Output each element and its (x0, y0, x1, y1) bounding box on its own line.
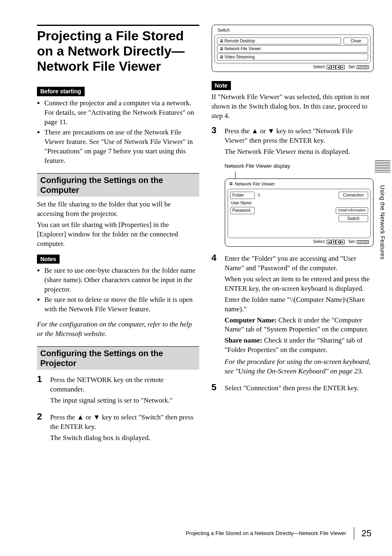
notes-footer-italic: For the configuration on the computer, r… (37, 320, 199, 339)
step-after: The input signal setting is set to "Netw… (50, 396, 199, 405)
notes-list: Be sure to use one-byte characters for t… (37, 266, 199, 314)
step-3: 3 Press the ▲ or ▼ key to select "Networ… (212, 126, 374, 248)
side-tab-lines (375, 160, 390, 174)
detail-info-button[interactable]: Detail Information (336, 207, 368, 213)
page-title: Projecting a File Stored on a Network Di… (37, 28, 199, 74)
switch-option-video-streaming[interactable]: 🖥︎ Video Streaming (217, 53, 369, 61)
enter-key-icon: ENTER (357, 65, 369, 69)
switch-option-remote-desktop[interactable]: 🖥︎ Remote Desktop (217, 37, 341, 45)
switch-button[interactable]: Switch (339, 215, 368, 222)
step-after: The Switch dialog box is displayed. (50, 433, 199, 443)
body-text: Enter the folder name "\\(Computer Name)… (225, 295, 374, 314)
step4-italic: For the procedure for using the on-scree… (225, 357, 374, 376)
step-1: 1 Press the NETWORK key on the remote co… (37, 375, 199, 407)
folder-label: Folder (230, 192, 255, 199)
nfv-title-icon: 🖥︎ (229, 181, 233, 187)
step-5: 5 Select "Connection" then press the ENT… (212, 383, 374, 395)
footer-set-label: Set: (348, 239, 356, 244)
remote-desktop-icon: 🖥︎ (219, 39, 224, 43)
step-number: 3 (212, 126, 220, 248)
dialog-footer: Select: ▲▼◄► Set: ENTER (228, 238, 371, 245)
list-item: Be sure to use one-byte characters for t… (44, 266, 199, 294)
network-file-viewer-icon: 🖥︎ (219, 46, 224, 51)
step-number: 5 (212, 383, 220, 395)
close-button[interactable]: Close (344, 37, 368, 45)
connection-button[interactable]: Connection (339, 192, 368, 199)
before-starting-list: Connect the projector and a computer via… (37, 99, 199, 166)
notes-tag: Notes (37, 255, 60, 264)
footer-set-label: Set: (348, 65, 356, 69)
enter-key-icon: ENTER (357, 240, 369, 244)
before-starting-tag: Before starting (37, 87, 85, 96)
footer-separator (354, 527, 354, 540)
folder-value[interactable]: \\ (257, 192, 261, 199)
footer-select-label: Select: (313, 239, 326, 244)
switch-dialog: Switch 🖥︎ Remote Desktop Close 🖥︎ Networ… (212, 25, 374, 72)
body-text: Set the file sharing to the folder that … (37, 200, 199, 219)
arrow-keys-icon: ▲▼◄► (327, 65, 345, 70)
option-label: Network File Viewer (224, 46, 261, 51)
username-label: User Name (230, 200, 257, 206)
footer-select-label: Select: (313, 65, 326, 69)
list-item: There are precautions on use of the Netw… (44, 128, 199, 166)
side-tab-label: Using the Network Features (378, 185, 386, 259)
step-lead: Press the ▲ or ▼ key to select "Network … (225, 127, 374, 146)
step-lead: Select "Connection" then press the ENTER… (225, 384, 374, 393)
list-item: Be sure not to delete or move the file w… (44, 295, 199, 314)
dialog-footer: Select: ▲▼◄► Set: ENTER (214, 63, 371, 70)
footer-title: Projecting a File Stored on a Network Di… (186, 530, 346, 537)
step-number: 2 (37, 412, 45, 445)
step-number: 4 (212, 253, 220, 378)
caption-pointer-line (235, 171, 374, 179)
step-lead: Press the ▲ or ▼ key to select "Switch" … (50, 413, 199, 432)
section-heading-projector: Configuring the Settings on the Projecto… (37, 346, 199, 370)
nfv-caption: Network File Viewer display (225, 162, 374, 170)
step-lead: Enter the "Folder" you are accessing and… (225, 254, 374, 273)
arrow-keys-icon: ▲▼◄► (327, 240, 345, 244)
dialog-title: Network File Viewer (235, 181, 275, 187)
nfv-dialog: 🖥︎ Network File Viewer Folder \\ Connect… (225, 178, 374, 247)
step-2: 2 Press the ▲ or ▼ key to select "Switch… (37, 412, 199, 445)
step-number: 1 (37, 375, 45, 407)
password-label: Password (230, 207, 255, 214)
step-lead: Press the NETWORK key on the remote comm… (50, 375, 199, 394)
section-heading-computer: Configuring the Settings on the Computer (37, 173, 199, 197)
share-name-label: Share name: (225, 336, 263, 344)
footer-page-number: 25 (362, 527, 371, 540)
option-label: Video Streaming (224, 55, 255, 59)
title-rule (37, 25, 199, 26)
note-text: If "Network File Viewer" was selected, t… (212, 93, 374, 121)
option-label: Remote Desktop (224, 39, 255, 43)
video-streaming-icon: 🖥︎ (219, 55, 224, 59)
page-footer: Projecting a File Stored on a Network Di… (0, 527, 392, 540)
body-text: Computer Name: Check it under the "Compu… (225, 316, 374, 335)
step-after: The Network File Viewer menu is displaye… (225, 147, 374, 157)
step-4: 4 Enter the "Folder" you are accessing a… (212, 253, 374, 378)
list-item: Connect the projector and a computer via… (44, 99, 199, 127)
note-tag: Note (212, 81, 231, 90)
computer-name-label: Computer Name: (225, 316, 277, 324)
body-text: When you select an item to be entered an… (225, 275, 374, 294)
switch-option-network-file-viewer[interactable]: 🖥︎ Network File Viewer (217, 45, 369, 53)
dialog-title: Switch (214, 27, 371, 34)
body-text: Share name: Check it under the "Sharing"… (225, 336, 374, 355)
body-text: You can set file sharing with [Propertie… (37, 220, 199, 249)
